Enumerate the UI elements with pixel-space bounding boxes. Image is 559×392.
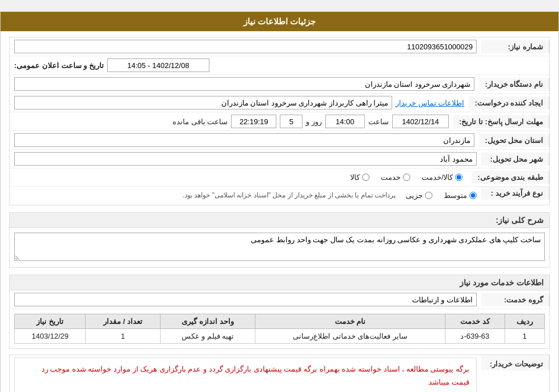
created-by-label: ایجاد کننده درخواست: (469, 96, 549, 109)
created-by-input[interactable] (14, 96, 392, 109)
process-type-radio-group: متوسط جزیی (406, 191, 477, 200)
category-option-goods-services[interactable]: کالا/خدمت (422, 173, 463, 182)
table-cell-row: 1 (505, 329, 544, 344)
col-row: ردیف (505, 314, 544, 329)
category-radio-group: کالا/خدمت خدمت کالا (14, 171, 467, 184)
buyer-org-input[interactable] (14, 77, 474, 91)
response-deadline-label: مهلت ارسال پاسخ: تا تاریخ: (453, 115, 549, 128)
table-cell-unit: تهیه فیلم و عکس (160, 329, 255, 344)
need-number-label: شماره نیاز: (481, 40, 549, 53)
process-type-medium[interactable]: متوسط (444, 191, 477, 200)
buyer-org-label: نام دستگاه خریدار: (479, 78, 549, 91)
category-label: طبقه بندی موضوعی: (472, 171, 549, 184)
col-code: کد خدمت (445, 314, 505, 329)
services-section-title: اطلاعات خدمات مورد نیاز (9, 275, 550, 290)
service-group-label: گروه خدمت: (481, 293, 549, 306)
response-remaining-input[interactable] (231, 115, 276, 128)
response-time-input[interactable] (325, 115, 365, 128)
category-option-goods[interactable]: کالا (350, 173, 369, 182)
response-time-label: ساعت (368, 117, 389, 126)
table-cell-name: سایر فعالیت‌های خدماتی اطلاع‌رسانی (255, 329, 445, 344)
col-qty: تعداد / مقدار (86, 314, 160, 329)
process-type-note: پرداخت تمام یا بخشی از مبلغ خریدار از مح… (178, 189, 400, 201)
announce-date-label: تاریخ و ساعت اعلان عمومی: (14, 61, 104, 70)
table-cell-date: 1403/12/29 (15, 329, 86, 344)
process-type-small[interactable]: جزیی (406, 191, 432, 200)
col-name: نام خدمت (255, 314, 445, 329)
services-table: ردیف کد خدمت نام خدمت واحد اندازه گیری ت… (14, 314, 545, 344)
table-cell-code: 639-63-د (445, 329, 505, 344)
contact-link[interactable]: اطلاعات تماس خریدار (396, 99, 464, 107)
category-option-service[interactable]: خدمت (381, 173, 410, 182)
process-type-label: نوع فرآیند خرید : (481, 187, 549, 200)
delivery-province-input[interactable] (14, 133, 474, 147)
buyer-desc-label: توضیحات خریدار: (481, 355, 549, 370)
service-group-input[interactable] (14, 293, 477, 306)
need-number-input[interactable] (14, 40, 477, 53)
delivery-city-label: شهر محل تحویل: (481, 153, 549, 166)
description-textarea[interactable]: ساخت کلیپ های عملکردی شهرداری و عکاسی رو… (14, 233, 545, 261)
description-section-title: شرح کلی نیاز: (9, 212, 550, 227)
response-remaining-label: ساعت باقی مانده (173, 117, 228, 126)
table-row: 1639-63-دسایر فعالیت‌های خدماتی اطلاع‌رس… (15, 329, 545, 344)
delivery-province-label: استان محل تحویل: (479, 134, 549, 147)
response-days-input[interactable] (280, 115, 302, 128)
announce-date-input[interactable] (107, 58, 209, 72)
buyer-desc-text: برگه پیوستی مطالعه ، اسناد خواسته شده به… (14, 357, 477, 392)
table-cell-qty: 1 (86, 329, 160, 344)
response-days-label: روز و (306, 117, 322, 126)
col-unit: واحد اندازه گیری (160, 314, 255, 329)
delivery-city-input[interactable] (14, 152, 477, 166)
col-date: تاریخ نیاز (15, 314, 86, 329)
page-title: جزئیات اطلاعات نیاز (1, 12, 558, 31)
response-date-input[interactable] (392, 115, 449, 128)
